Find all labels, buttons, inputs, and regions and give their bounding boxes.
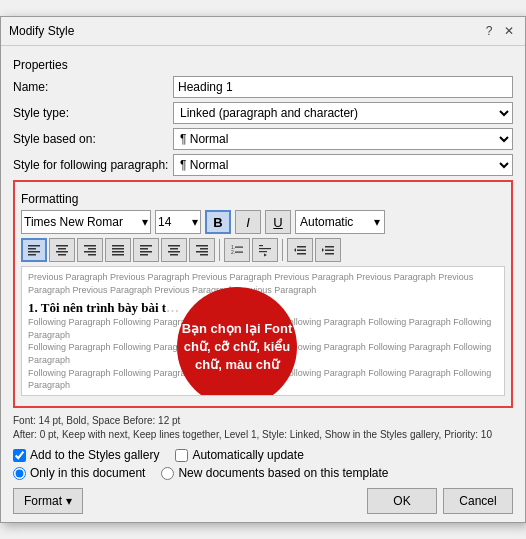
auto-update-label: Automatically update — [192, 448, 303, 462]
modify-style-dialog: Modify Style ? ✕ Properties Name: Style … — [0, 16, 526, 523]
color-dropdown-arrow: ▾ — [374, 215, 380, 229]
svg-rect-7 — [58, 254, 66, 256]
list-numbered-button[interactable]: 1. 2. — [224, 238, 250, 262]
align-justify-button[interactable] — [105, 238, 131, 262]
svg-rect-11 — [88, 254, 96, 256]
svg-rect-21 — [170, 248, 178, 250]
svg-rect-16 — [140, 245, 152, 247]
svg-rect-3 — [28, 254, 36, 256]
properties-section-label: Properties — [13, 58, 513, 72]
new-docs-radio[interactable] — [161, 467, 174, 480]
svg-rect-14 — [112, 251, 124, 253]
style-type-select[interactable]: Linked (paragraph and character) — [173, 102, 513, 124]
list-indent-button[interactable] — [252, 238, 278, 262]
svg-rect-38 — [297, 253, 306, 255]
style-type-row: Style type: Linked (paragraph and charac… — [13, 102, 513, 124]
align-right2-button[interactable] — [189, 238, 215, 262]
style-following-label: Style for following paragraph: — [13, 158, 173, 172]
dialog-body: Properties Name: Style type: Linked (par… — [1, 46, 525, 522]
align-center2-icon — [167, 243, 181, 257]
svg-rect-24 — [196, 245, 208, 247]
font-dropdown-arrow: ▾ — [142, 215, 148, 229]
formatting-section-label: Formatting — [21, 192, 505, 206]
indent-button[interactable] — [315, 238, 341, 262]
size-select[interactable]: 14 ▾ — [155, 210, 201, 234]
auto-update-checkbox[interactable] — [175, 449, 188, 462]
ok-cancel-group: OK Cancel — [367, 488, 513, 514]
svg-rect-20 — [168, 245, 180, 247]
svg-rect-26 — [196, 251, 208, 253]
font-size-text: 14 — [158, 215, 171, 229]
svg-rect-13 — [112, 248, 124, 250]
svg-rect-2 — [28, 251, 40, 253]
align-right-button[interactable] — [77, 238, 103, 262]
format-arrow-icon: ▾ — [66, 494, 72, 508]
add-to-gallery-checkbox[interactable] — [13, 449, 26, 462]
buttons-row: Format ▾ OK Cancel — [13, 488, 513, 514]
italic-button[interactable]: I — [235, 210, 261, 234]
svg-rect-42 — [325, 253, 334, 255]
svg-rect-34 — [259, 251, 267, 252]
svg-rect-23 — [170, 254, 178, 256]
align-center-icon — [55, 243, 69, 257]
name-input[interactable] — [173, 76, 513, 98]
align-left2-button[interactable] — [133, 238, 159, 262]
style-type-label: Style type: — [13, 106, 173, 120]
svg-rect-5 — [58, 248, 66, 250]
title-bar: Modify Style ? ✕ — [1, 17, 525, 46]
font-select[interactable]: Times New Romar ▾ — [21, 210, 151, 234]
svg-rect-37 — [297, 250, 306, 252]
only-this-doc-item: Only in this document — [13, 466, 145, 480]
svg-rect-9 — [88, 248, 96, 250]
help-button[interactable]: ? — [481, 23, 497, 39]
style-following-field: ¶ Normal — [173, 154, 513, 176]
list-indent-icon — [258, 243, 272, 257]
font-name-text: Times New Romar — [24, 215, 123, 229]
svg-rect-29 — [235, 247, 243, 248]
svg-rect-15 — [112, 254, 124, 256]
add-to-gallery-label: Add to the Styles gallery — [30, 448, 159, 462]
svg-rect-40 — [325, 246, 334, 248]
align-center-button[interactable] — [49, 238, 75, 262]
align-left-button[interactable] — [21, 238, 47, 262]
style-following-select[interactable]: ¶ Normal — [173, 154, 513, 176]
svg-marker-35 — [264, 254, 267, 257]
align-right-icon — [83, 243, 97, 257]
cancel-button[interactable]: Cancel — [443, 488, 513, 514]
tooltip-text: Bạn chọn lại Font chữ, cỡ chữ, kiểu chữ,… — [177, 320, 297, 375]
size-dropdown-arrow: ▾ — [192, 215, 198, 229]
formatting-section: Formatting Times New Romar ▾ 14 ▾ B I U … — [13, 180, 513, 408]
style-based-row: Style based on: ¶ Normal — [13, 128, 513, 150]
svg-rect-33 — [259, 248, 271, 249]
name-field-wrapper — [173, 76, 513, 98]
separator2 — [282, 239, 283, 261]
outdent-button[interactable] — [287, 238, 313, 262]
title-bar-controls: ? ✕ — [481, 23, 517, 39]
svg-rect-4 — [56, 245, 68, 247]
svg-rect-19 — [140, 254, 148, 256]
separator1 — [219, 239, 220, 261]
close-button[interactable]: ✕ — [501, 23, 517, 39]
underline-button[interactable]: U — [265, 210, 291, 234]
svg-rect-31 — [235, 252, 243, 253]
style-based-field: ¶ Normal — [173, 128, 513, 150]
svg-rect-1 — [28, 248, 36, 250]
style-based-select[interactable]: ¶ Normal — [173, 128, 513, 150]
svg-rect-22 — [168, 251, 180, 253]
bold-button[interactable]: B — [205, 210, 231, 234]
format-button[interactable]: Format ▾ — [13, 488, 83, 514]
list-numbered-icon: 1. 2. — [230, 243, 244, 257]
svg-rect-8 — [84, 245, 96, 247]
align-center2-button[interactable] — [161, 238, 187, 262]
color-select[interactable]: Automatic ▾ — [295, 210, 385, 234]
svg-text:2.: 2. — [231, 249, 235, 255]
style-type-field: Linked (paragraph and character) — [173, 102, 513, 124]
preview-area: Previous Paragraph Previous Paragraph Pr… — [21, 266, 505, 396]
only-this-doc-label: Only in this document — [30, 466, 145, 480]
ok-button[interactable]: OK — [367, 488, 437, 514]
dialog-title: Modify Style — [9, 24, 74, 38]
align-right2-icon — [195, 243, 209, 257]
only-this-doc-radio[interactable] — [13, 467, 26, 480]
align-justify-icon — [111, 243, 125, 257]
formatting-row2: 1. 2. — [21, 238, 505, 262]
